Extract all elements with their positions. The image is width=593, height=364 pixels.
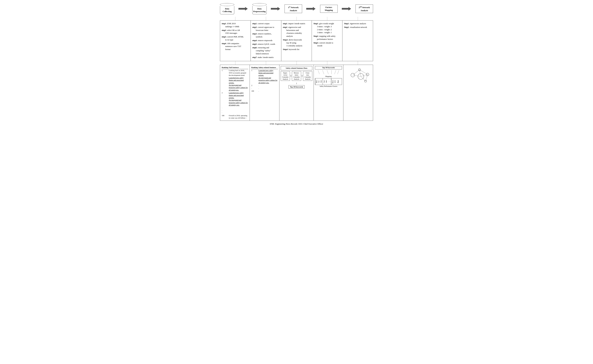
top-item-data-preprocessing: Data Preprocessing: [252, 3, 267, 14]
safety-sentence-table: Ranking Safety-related Sentence 1 Launch…: [251, 66, 278, 92]
mapping-area: Top 30 Keywords Mapping Mot-iva-tion Cul…: [315, 66, 342, 87]
step-4-3: Step3. convert 2mode to 1mode: [313, 41, 341, 47]
rect-box-second-network: 2nd NetworkAnalysis: [355, 5, 373, 13]
td-ssentence-1: Launched new safety theme and associated…: [258, 69, 278, 84]
step-box-3: step1. import 1mode matrix step2. eigenv…: [281, 20, 312, 61]
cent-box-close: Close-nessCentralityAnalysis: [303, 71, 312, 81]
table-row: 100 .: [251, 90, 278, 92]
th-ranking-2: Ranking: [251, 66, 258, 69]
full-sentence-table: Ranking Full Sentence 1 Looking back at …: [221, 66, 248, 119]
connector-cell-2: [251, 17, 281, 20]
td-srank-1: 1: [251, 69, 258, 84]
arrow-2: [271, 6, 280, 11]
spf-caption: Safety Performance Factors: [315, 85, 342, 87]
spf-cell-resource: Reso-urce: [331, 78, 337, 85]
td-rank-dots: ···: [221, 107, 228, 114]
spf-cell-culture: Cul-ture: [323, 78, 328, 85]
step-2-5: step5. remove Q.H.E. words: [252, 43, 280, 46]
step-2-6: step6. extracting and compiling "safety"…: [252, 46, 280, 55]
cyl-top: [220, 3, 234, 6]
cylinder-data-preprocessing: Data Preprocessing: [252, 3, 267, 14]
table-row: 100 Overall in 2018, operating in come w…: [221, 114, 248, 119]
th-full-sentence: Full Sentence: [228, 66, 248, 69]
step-box-2: step1. convert corpus step2. convert upp…: [251, 20, 281, 61]
top-item-first-network: 1st NetworkAnalysis: [285, 5, 302, 13]
step-4-1: Step1. give words weight 3 times : weigh…: [313, 22, 341, 34]
bottom-box-3: Safety-related Sentence Data Eigen-vecto…: [280, 65, 314, 121]
arrow-svg-3: [306, 6, 316, 11]
rect-box-first-network: 1st NetworkAnalysis: [285, 5, 302, 13]
step-2-1: step1. convert corpus: [252, 22, 280, 25]
step-3-4: Step4. keywords list: [283, 48, 310, 51]
top-row: Data Collecting Data Preprocessing: [220, 3, 373, 14]
step-box-5: Step1. eigenvector analysis Step2. visua…: [342, 20, 373, 61]
svg-line-4: [318, 70, 320, 74]
srs-title-box: Safety-related Sentence Data: [281, 66, 312, 70]
step-3-2: step2. eigenvector and betweeness and cl…: [283, 26, 310, 38]
dashed-v-3: [296, 17, 297, 20]
top30-kw-box: Top 30 Keywords: [315, 66, 342, 70]
arrow-svg-4: [342, 6, 351, 11]
spf-cell-rule: Rule: [337, 78, 340, 85]
connector-cell-5: [342, 17, 373, 20]
top30-keywords-box: Top 30 Keywords: [288, 85, 305, 89]
cyl-body-2: Data Preprocessing: [252, 6, 267, 14]
step-3-3: Step3. derive keywords top 30 using 3 ce…: [283, 38, 310, 47]
dashed-v-2: [266, 17, 266, 20]
arrow-1: [239, 6, 248, 11]
top-to-middle-connectors: [220, 17, 373, 20]
svg-marker-2: [306, 7, 315, 11]
table-row: . .: [251, 87, 278, 90]
bottom-row: Ranking Full Sentence 1 Looking back at …: [220, 65, 373, 121]
dashed-v-b3: [296, 61, 297, 65]
svg-marker-0: [239, 7, 248, 11]
td-sentence-1: Looking back at 2018, XXX accurately gra…: [228, 69, 248, 91]
middle-to-bottom-connectors: [220, 61, 373, 65]
connector-cell-4: [312, 17, 342, 20]
th-safety-sentence: Safety-related Sentence: [258, 66, 278, 69]
rect-label-first-network: 1st NetworkAnalysis: [288, 6, 299, 12]
network-svg: [345, 66, 372, 87]
svg-point-18: [351, 73, 355, 77]
rect-label-factors-mapping: Factors Mapping: [325, 6, 333, 11]
arrow-svg-2: [271, 6, 280, 11]
svg-line-8: [334, 70, 336, 74]
top-item-second-network: 2nd NetworkAnalysis: [355, 5, 373, 13]
step-5-1: Step1. eigenvector analysis: [344, 22, 371, 25]
step-2-7: step7. make 1mode matrix: [252, 56, 280, 59]
svg-line-5: [322, 70, 324, 74]
step-1-1: step1. ENR 2019 rankings 1~100th: [222, 22, 249, 28]
td-rank-100: 100: [221, 114, 228, 119]
step-box-4: Step1. give words weight 3 times : weigh…: [312, 20, 342, 61]
bottom-box-2: Ranking Safety-related Sentence 1 Launch…: [250, 65, 280, 121]
table-row: ···: [221, 107, 248, 114]
table-row: 1 Launched new safety theme and associat…: [251, 69, 278, 84]
bottom-box-4: Top 30 Keywords Mapping Mot-iva-tion Cul…: [314, 65, 343, 121]
arrow-4: [342, 6, 351, 11]
td-sentence-dots: [228, 107, 248, 114]
connector-cell-1: [220, 17, 251, 20]
step-1-3: step3. convert PDF, HTML to txt type: [222, 35, 249, 41]
cent-box-between: Betwee-nnessCentralityAnalysis: [292, 71, 301, 81]
th-ranking-1: Ranking: [221, 66, 228, 69]
rect-box-factors-mapping: Factors Mapping: [320, 5, 338, 13]
step-1-4: step4. 100 companies sentences save TXT …: [222, 42, 249, 51]
td-srank-2: 2: [251, 84, 258, 87]
td-sentence-100: Overall in 2018, operating in come was 4…: [228, 114, 248, 119]
top-item-data-collecting: Data Collecting: [220, 3, 234, 14]
td-ssentence-dots: .: [258, 87, 278, 90]
step-1-2: step2. select SR or AR CEO messages: [222, 29, 249, 35]
cent-box-eigen: Eigen-vectorCentralityAnalysis: [281, 71, 290, 81]
spf-row: Mot-iva-tion Cul-ture · · · Reso-urce Ru…: [315, 78, 342, 85]
step-2-2: step2. convert uppercase to lowercase le…: [252, 26, 280, 32]
mapping-lines-svg: [315, 70, 342, 75]
top-item-factors-mapping: Factors Mapping: [320, 5, 338, 13]
table-row: 1 Looking back at 2018, XXX accurately g…: [221, 69, 248, 91]
connector-cell-b2: [251, 61, 281, 65]
svg-line-10: [353, 70, 360, 75]
connector-cell-3: [281, 17, 312, 20]
cylinder-data-collecting: Data Collecting: [220, 3, 234, 14]
td-rank-2: 2: [221, 91, 228, 106]
mapping-label: Mapping: [315, 75, 342, 78]
connector-cell-b3: [281, 61, 312, 65]
